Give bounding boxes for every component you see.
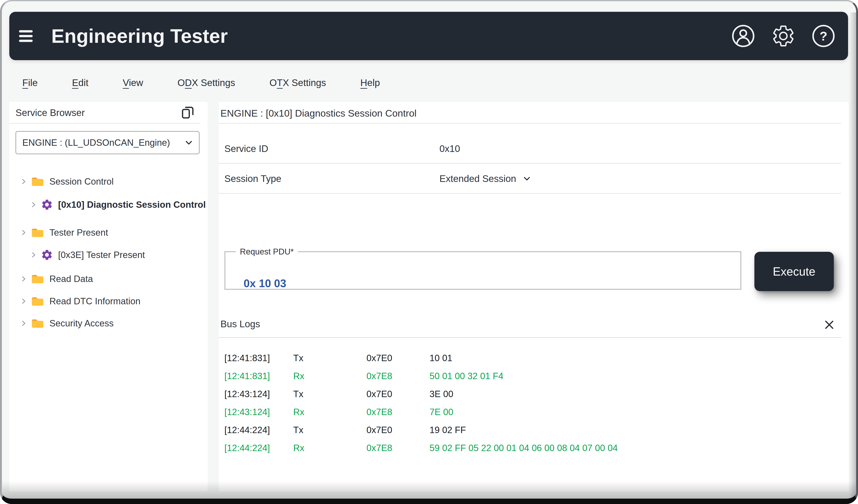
service-id-value: 0x10 [440,143,460,154]
bus-log-row: [12:41:831] Tx 0x7E0 10 01 [224,349,841,367]
execute-button[interactable]: Execute [754,252,834,291]
bus-log-row: [12:44:224] Rx 0x7E8 59 02 FF 05 22 00 0… [224,439,841,457]
log-can-id: 0x7E0 [366,389,430,399]
log-data-bytes: 59 02 FF 05 22 00 01 04 06 00 08 04 07 0… [430,443,841,453]
log-can-id: 0x7E8 [366,443,430,453]
log-can-id: 0x7E8 [366,371,430,381]
tree-item-label: [0x10] Diagnostic Session Control [58,199,206,210]
folder-icon [31,227,45,238]
svg-text:?: ? [820,29,827,43]
app-header: Engineering Tester ? [9,12,848,60]
service-detail-title: ENGINE : [0x10] Diagnostics Session Cont… [220,108,416,119]
tree-item-tester-present[interactable]: Tester Present [20,223,108,243]
log-data-bytes: 50 01 00 32 01 F4 [430,371,841,381]
service-browser-header: Service Browser [16,104,195,121]
service-gear-icon [41,198,53,211]
folder-icon [31,295,45,307]
tree-item-label: Session Control [49,176,114,187]
log-direction: Rx [293,443,366,453]
log-direction: Rx [293,371,366,381]
tree-item-label: [0x3E] Tester Present [58,250,145,260]
bus-log-row: [12:43:124] Rx 0x7E8 7E 00 [224,403,841,421]
request-pdu-field[interactable]: Request PDU* 0x 10 03 [224,247,741,290]
tree-item-security-access[interactable]: Security Access [20,313,114,333]
log-can-id: 0x7E0 [366,425,430,435]
chevron-right-icon[interactable] [20,229,28,237]
user-icon[interactable] [731,24,756,48]
request-pdu-value[interactable]: 0x 10 03 [243,277,286,290]
tree-item-0x3e-tester-present[interactable]: [0x3E] Tester Present [30,245,145,265]
tree-item-label: Read Data [49,274,93,284]
tree-item-read-data[interactable]: Read Data [20,269,93,289]
log-direction: Tx [293,425,366,435]
log-timestamp: [12:41:831] [224,353,293,363]
service-detail-panel: ENGINE : [0x10] Diagnostics Session Cont… [219,102,849,491]
session-type-value: Extended Session [440,173,516,184]
log-timestamp: [12:43:124] [224,407,293,417]
log-direction: Rx [293,407,366,417]
app-window: Engineering Tester ? File Edit View ODX … [0,0,858,504]
log-data-bytes: 19 02 FF [430,425,841,435]
chevron-down-icon [522,174,531,183]
chevron-right-icon[interactable] [20,178,28,185]
folder-icon [31,318,45,329]
hamburger-menu-icon[interactable] [19,30,33,42]
log-data-bytes: 7E 00 [430,407,841,417]
log-timestamp: [12:44:224] [224,425,293,435]
close-icon[interactable] [823,319,835,331]
bus-logs-table: [12:41:831] Tx 0x7E0 10 01 [12:41:831] R… [224,349,841,457]
folder-icon [31,176,45,187]
log-direction: Tx [293,353,366,363]
chevron-right-icon[interactable] [20,320,28,327]
chevron-right-icon[interactable] [30,201,37,209]
service-browser-panel: Service Browser ENGINE : (LL_UDSOnCAN_En… [9,102,208,491]
session-type-dropdown[interactable]: Extended Session [440,173,531,184]
tree-item-session-control[interactable]: Session Control [20,172,114,192]
menu-item-view[interactable]: View [123,77,143,88]
app-title: Engineering Tester [51,25,228,47]
bus-log-row: [12:43:124] Tx 0x7E0 3E 00 [224,385,841,403]
chevron-down-icon [184,138,194,147]
log-timestamp: [12:43:124] [224,389,293,399]
chevron-right-icon[interactable] [20,297,28,305]
folder-icon [31,273,45,284]
log-can-id: 0x7E8 [366,407,430,417]
divider [219,123,841,124]
divider [219,163,841,164]
service-gear-icon [41,249,53,261]
menu-bar: File Edit View ODX Settings OTX Settings… [22,73,380,93]
sidebar-divider [9,123,200,124]
chevron-right-icon[interactable] [20,275,28,283]
log-timestamp: [12:44:224] [224,443,293,453]
service-browser-title: Service Browser [16,107,85,118]
log-data-bytes: 3E 00 [430,389,841,399]
tree-item-0x10-diagnostic-session-control[interactable]: [0x10] Diagnostic Session Control [30,195,206,215]
log-can-id: 0x7E0 [366,353,430,363]
bus-logs-divider [219,337,841,338]
tree-item-label: Read DTC Information [49,296,140,306]
menu-item-file[interactable]: File [22,77,38,88]
header-icons: ? [731,24,836,48]
help-icon[interactable]: ? [811,24,836,48]
log-data-bytes: 10 01 [430,353,841,363]
ecu-selector-dropdown[interactable]: ENGINE : (LL_UDSOnCAN_Engine) [16,131,200,154]
detach-panel-icon[interactable] [180,105,195,120]
ecu-selector-value: ENGINE : (LL_UDSOnCAN_Engine) [22,137,184,148]
service-id-label: Service ID [224,143,268,154]
menu-item-odx-settings[interactable]: ODX Settings [177,77,235,88]
bus-log-row: [12:41:831] Rx 0x7E8 50 01 00 32 01 F4 [224,367,841,385]
tree-item-read-dtc-information[interactable]: Read DTC Information [20,291,140,311]
bus-log-row: [12:44:224] Tx 0x7E0 19 02 FF [224,421,841,439]
menu-item-edit[interactable]: Edit [72,77,88,88]
session-type-label: Session Type [224,173,281,184]
bus-logs-title: Bus Logs [220,318,260,329]
settings-gear-icon[interactable] [771,24,796,48]
divider [219,193,841,194]
tree-item-label: Tester Present [49,227,108,238]
tree-item-label: Security Access [49,318,114,328]
chevron-right-icon[interactable] [30,251,37,259]
menu-item-help[interactable]: Help [361,77,380,88]
menu-item-otx-settings[interactable]: OTX Settings [269,77,326,88]
request-pdu-label: Request PDU* [236,247,298,256]
log-timestamp: [12:41:831] [224,371,293,381]
